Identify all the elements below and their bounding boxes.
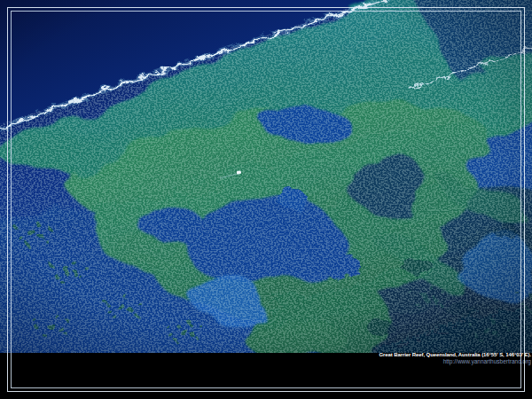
reef-photo-svg (0, 0, 532, 353)
caption-location: Great Barrier Reef, Queensland, Australi… (379, 352, 531, 358)
photo-caption: Great Barrier Reef, Queensland, Australi… (379, 352, 531, 364)
caption-url: http://www.yannarthusbertrand.org (379, 358, 531, 364)
reef-photo (0, 0, 532, 353)
vignette (0, 0, 532, 353)
desktop-wallpaper: Great Barrier Reef, Queensland, Australi… (0, 0, 532, 399)
